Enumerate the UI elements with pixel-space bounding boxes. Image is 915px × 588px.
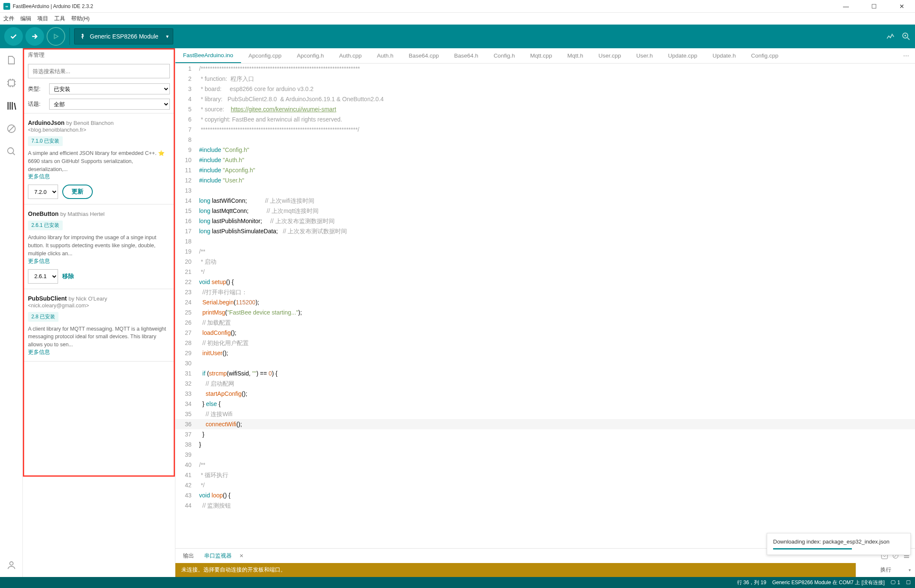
- lib-description: A client library for MQTT messaging. MQT…: [28, 325, 170, 349]
- library-item-pubsubclient: PubSubClient by Nick O'Leary <nick.olear…: [23, 289, 175, 362]
- library-item-onebutton: OneButton by Matthias Hertel 2.6.1 已安装 A…: [23, 204, 175, 289]
- installed-badge: 7.1.0 已安装: [28, 136, 63, 146]
- tab-user-h[interactable]: User.h: [629, 48, 660, 63]
- version-select[interactable]: 7.2.0: [28, 185, 58, 199]
- editor-area: FastBeeArduino.ino Apconfig.cpp Apconfig…: [175, 48, 915, 577]
- tab-auth-h[interactable]: Auth.h: [369, 48, 401, 63]
- svg-point-4: [8, 148, 14, 154]
- account-icon[interactable]: [6, 559, 17, 571]
- sketchbook-icon[interactable]: [6, 54, 17, 66]
- library-list: ArduinoJson by Benoit Blanchon <blog.ben…: [23, 113, 175, 362]
- installed-badge: 2.6.1 已安装: [28, 221, 63, 230]
- serial-monitor-icon[interactable]: [901, 32, 911, 41]
- tab-auth-cpp[interactable]: Auth.cpp: [331, 48, 369, 63]
- library-manager-icon[interactable]: [6, 100, 17, 112]
- window-title: FastBeeArduino | Arduino IDE 2.3.2: [13, 3, 836, 9]
- title-bar: ∞ FastBeeArduino | Arduino IDE 2.3.2 — ☐…: [0, 0, 915, 13]
- more-info-link[interactable]: 更多信息: [28, 258, 170, 265]
- topic-select[interactable]: 全部: [49, 99, 170, 110]
- code-editor[interactable]: 1/**************************************…: [175, 63, 915, 548]
- topic-label: 话题:: [28, 100, 45, 108]
- line-ending-select[interactable]: 换行: [856, 563, 915, 577]
- type-label: 类型:: [28, 85, 45, 93]
- type-select[interactable]: 已安装: [49, 83, 170, 94]
- update-button[interactable]: 更新: [62, 185, 93, 199]
- tab-fastbeearduino[interactable]: FastBeeArduino.ino: [175, 48, 241, 63]
- menu-edit[interactable]: 编辑: [20, 15, 31, 22]
- serial-plotter-icon[interactable]: [886, 32, 896, 41]
- activity-bar: [0, 48, 23, 577]
- panel-title: 库管理: [23, 48, 175, 62]
- tab-mqtt-h[interactable]: Mqtt.h: [560, 48, 591, 63]
- more-info-link[interactable]: 更多信息: [28, 173, 170, 180]
- menu-file[interactable]: 文件: [3, 15, 14, 22]
- library-manager-panel: 库管理 类型: 已安装 话题: 全部 ArduinoJson by Benoit…: [23, 48, 175, 577]
- lib-name: PubSubClient: [28, 295, 67, 302]
- serial-monitor-tab[interactable]: 串口监视器: [202, 552, 234, 560]
- progress-bar: [773, 548, 852, 549]
- tab-config-cpp[interactable]: Config.cpp: [743, 48, 786, 63]
- lib-author: by Benoit Blanchon: [66, 120, 114, 126]
- app-icon: ∞: [3, 3, 10, 10]
- usb-icon: [80, 33, 86, 39]
- version-select[interactable]: 2.6.1: [28, 269, 58, 284]
- notifications-icon[interactable]: 🖵 1: [890, 580, 900, 585]
- lib-name: ArduinoJson: [28, 119, 64, 126]
- toast-text: Downloading index: package_esp32_index.j…: [773, 538, 904, 545]
- menu-sketch[interactable]: 项目: [37, 15, 48, 22]
- tab-base64-cpp[interactable]: Base64.cpp: [401, 48, 446, 63]
- download-toast: Downloading index: package_esp32_index.j…: [767, 533, 911, 555]
- minimize-button[interactable]: —: [836, 0, 856, 12]
- upload-button[interactable]: [25, 27, 44, 46]
- search-input[interactable]: [28, 64, 170, 78]
- tab-update-cpp[interactable]: Update.cpp: [660, 48, 705, 63]
- tab-config-h[interactable]: Config.h: [486, 48, 522, 63]
- status-bar: 行 36，列 19 Generic ESP8266 Module 在 COM7 …: [0, 577, 915, 588]
- maximize-button[interactable]: ☐: [864, 0, 884, 12]
- board-name: Generic ESP8266 Module: [90, 33, 158, 40]
- close-tab-icon[interactable]: ✕: [239, 553, 244, 559]
- lib-name: OneButton: [28, 210, 58, 217]
- close-panel-icon[interactable]: ☐: [906, 580, 911, 585]
- tab-apconfig-h[interactable]: Apconfig.h: [289, 48, 332, 63]
- menu-bar: 文件 编辑 项目 工具 帮助(H): [0, 13, 915, 25]
- lib-author: by Matthias Hertel: [60, 211, 105, 217]
- tab-base64-h[interactable]: Base64.h: [446, 48, 486, 63]
- search-icon[interactable]: [6, 146, 17, 157]
- tab-overflow-button[interactable]: ⋯: [897, 52, 915, 59]
- menu-help[interactable]: 帮助(H): [71, 15, 89, 22]
- toolbar: Generic ESP8266 Module: [0, 25, 915, 48]
- output-tab[interactable]: 输出: [180, 552, 197, 560]
- remove-button[interactable]: 移除: [62, 273, 74, 280]
- lib-description: A simple and efficient JSON library for …: [28, 149, 170, 173]
- board-selector[interactable]: Generic ESP8266 Module: [74, 28, 173, 44]
- tab-user-cpp[interactable]: User.cpp: [591, 48, 629, 63]
- installed-badge: 2.8 已安装: [28, 312, 58, 322]
- tab-apconfig-cpp[interactable]: Apconfig.cpp: [241, 48, 289, 63]
- lib-subtitle: <blog.benoitblanchon.fr>: [28, 127, 170, 133]
- svg-point-5: [10, 562, 13, 565]
- lib-description: Arduino library for improving the usage …: [28, 234, 170, 257]
- board-status: Generic ESP8266 Module 在 COM7 上 [没有连接]: [772, 579, 884, 586]
- lib-author: by Nick O'Leary: [69, 295, 107, 302]
- menu-tools[interactable]: 工具: [54, 15, 65, 22]
- library-item-arduinojson: ArduinoJson by Benoit Blanchon <blog.ben…: [23, 113, 175, 204]
- toolbar-separator: [69, 28, 70, 45]
- no-entry-icon[interactable]: [6, 123, 17, 135]
- debug-button[interactable]: [47, 27, 65, 46]
- boards-manager-icon[interactable]: [6, 77, 17, 89]
- verify-button[interactable]: [4, 27, 23, 46]
- lib-subtitle: <nick.oleary@gmail.com>: [28, 303, 170, 309]
- tab-update-h[interactable]: Update.h: [705, 48, 743, 63]
- tab-mqtt-cpp[interactable]: Mqtt.cpp: [522, 48, 560, 63]
- cursor-position: 行 36，列 19: [737, 579, 766, 586]
- monitor-warning: 未连接。选择要自动连接的开发板和端口。: [175, 563, 856, 577]
- svg-point-1: [904, 35, 906, 36]
- more-info-link[interactable]: 更多信息: [28, 349, 170, 356]
- svg-rect-2: [8, 80, 14, 86]
- editor-tabs: FastBeeArduino.ino Apconfig.cpp Apconfig…: [175, 48, 915, 63]
- close-button[interactable]: ✕: [892, 0, 912, 12]
